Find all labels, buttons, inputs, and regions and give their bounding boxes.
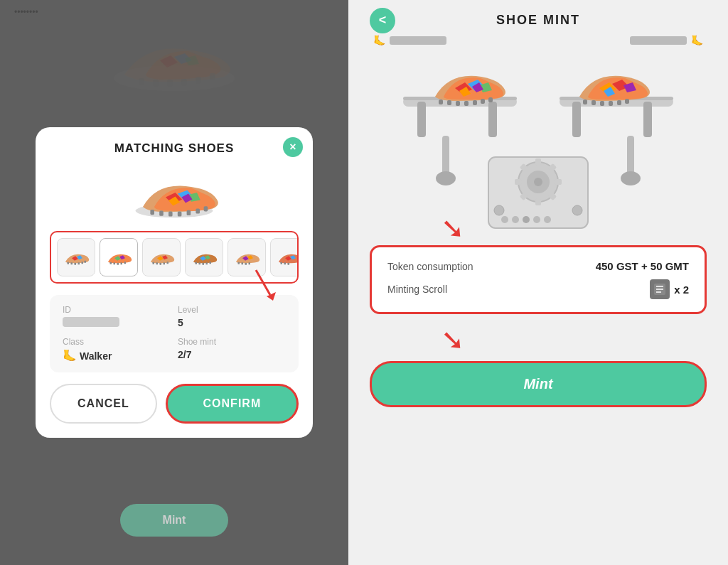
level-value: 5 (178, 317, 286, 328)
left-stats-blur (390, 36, 446, 45)
scroll-icon (650, 279, 670, 299)
svg-rect-28 (78, 262, 80, 264)
svg-rect-105 (555, 179, 562, 185)
svg-rect-43 (164, 262, 166, 264)
svg-rect-109 (515, 179, 522, 185)
back-button[interactable]: < (370, 8, 395, 33)
svg-rect-19 (178, 211, 182, 216)
left-mint-button[interactable]: Mint (120, 504, 229, 537)
mint-button[interactable]: Mint (370, 361, 707, 407)
svg-rect-107 (535, 198, 541, 205)
class-value-row: 🦶 Walker (63, 349, 171, 362)
svg-rect-91 (600, 101, 604, 106)
level-label: Level (178, 305, 286, 315)
svg-rect-80 (456, 101, 460, 106)
svg-rect-61 (284, 262, 287, 264)
right-panel: < SHOE MINT 🦶 🦶 (348, 0, 728, 565)
minting-scroll-count: x 2 (674, 284, 689, 296)
shoe-thumb-1[interactable] (57, 238, 95, 276)
svg-rect-26 (71, 262, 73, 264)
svg-rect-92 (609, 101, 613, 106)
id-label: ID (63, 305, 171, 315)
svg-rect-37 (124, 262, 127, 264)
modal-close-button[interactable]: × (283, 137, 303, 157)
token-consumption-row: Token consumption 450 GST + 50 GMT (387, 260, 689, 272)
svg-rect-42 (160, 263, 162, 265)
minting-scroll-label: Minting Scroll (387, 284, 447, 295)
foot-icon-right: 🦶 (691, 35, 703, 46)
svg-rect-47 (196, 262, 198, 264)
left-stats: 🦶 (373, 35, 446, 46)
svg-point-114 (533, 216, 540, 223)
svg-point-102 (534, 178, 542, 186)
svg-rect-48 (199, 262, 201, 264)
shoe-thumb-3[interactable] (142, 238, 181, 276)
svg-rect-62 (288, 263, 290, 265)
svg-rect-17 (159, 211, 164, 216)
svg-rect-22 (204, 206, 208, 211)
svg-rect-60 (281, 262, 283, 264)
down-arrow-2: ➘ (441, 325, 465, 354)
svg-rect-79 (447, 100, 451, 105)
left-panel: •••••••• MATCHING SHOES × (0, 0, 348, 565)
shoe-info-card: ID Level 5 Class 🦶 Walker (50, 295, 299, 372)
minting-scroll-row: Minting Scroll x 2 (387, 279, 689, 299)
machine-illustration (389, 58, 687, 246)
svg-rect-89 (583, 99, 587, 104)
modal-title: MATCHING SHOES (50, 141, 299, 156)
svg-point-111 (501, 216, 508, 223)
machine-area (370, 58, 707, 246)
svg-point-116 (494, 205, 504, 215)
svg-rect-81 (464, 101, 469, 106)
svg-rect-71 (572, 102, 581, 137)
svg-rect-78 (439, 99, 443, 104)
stats-row: 🦶 🦶 (370, 35, 707, 46)
foot-icon: 🦶 (63, 349, 77, 362)
svg-rect-94 (625, 99, 629, 104)
svg-rect-34 (114, 262, 116, 264)
svg-rect-36 (121, 262, 123, 264)
shoe-thumb-2[interactable] (100, 238, 138, 276)
svg-point-112 (512, 216, 519, 223)
svg-rect-30 (85, 261, 87, 263)
svg-rect-20 (187, 210, 191, 215)
shoe-mint-value: 2/7 (178, 349, 286, 360)
token-consumption-label: Token consumption (387, 261, 473, 272)
right-stats-blur (630, 36, 687, 45)
svg-rect-103 (535, 158, 541, 166)
svg-rect-82 (473, 100, 477, 105)
svg-rect-54 (238, 262, 240, 264)
svg-rect-21 (196, 208, 200, 213)
svg-rect-40 (153, 262, 155, 264)
info-grid: ID Level 5 Class 🦶 Walker (63, 305, 286, 362)
svg-marker-64 (267, 292, 276, 301)
shoe-thumb-4[interactable] (185, 238, 223, 276)
svg-rect-55 (242, 262, 244, 264)
svg-rect-83 (481, 99, 485, 104)
confirm-button[interactable]: CONFIRM (166, 384, 299, 424)
right-stats: 🦶 (630, 35, 703, 46)
svg-point-117 (572, 205, 582, 215)
svg-rect-90 (592, 100, 596, 105)
svg-rect-56 (245, 263, 247, 265)
shoe-mint-section: Shoe mint 2/7 (178, 337, 286, 362)
shoe-mint-label: Shoe mint (178, 337, 286, 347)
svg-rect-57 (249, 262, 251, 264)
svg-rect-70 (488, 102, 497, 137)
svg-point-96 (436, 171, 456, 185)
svg-rect-44 (167, 262, 169, 264)
foot-icon-left: 🦶 (373, 35, 385, 46)
svg-rect-41 (156, 262, 159, 264)
token-consumption-value: 450 GST + 50 GMT (596, 260, 689, 272)
svg-point-113 (523, 216, 530, 223)
cancel-button[interactable]: CANCEL (50, 384, 157, 424)
svg-rect-50 (206, 262, 208, 264)
modal-buttons: CANCEL CONFIRM (50, 384, 299, 424)
id-value (63, 317, 119, 327)
level-section: Level 5 (178, 305, 286, 330)
modal-shoe-preview (50, 164, 299, 221)
matching-shoes-modal: MATCHING SHOES × (36, 127, 313, 438)
class-section: Class 🦶 Walker (63, 337, 171, 362)
class-value: Walker (80, 350, 112, 362)
svg-point-98 (621, 171, 641, 185)
